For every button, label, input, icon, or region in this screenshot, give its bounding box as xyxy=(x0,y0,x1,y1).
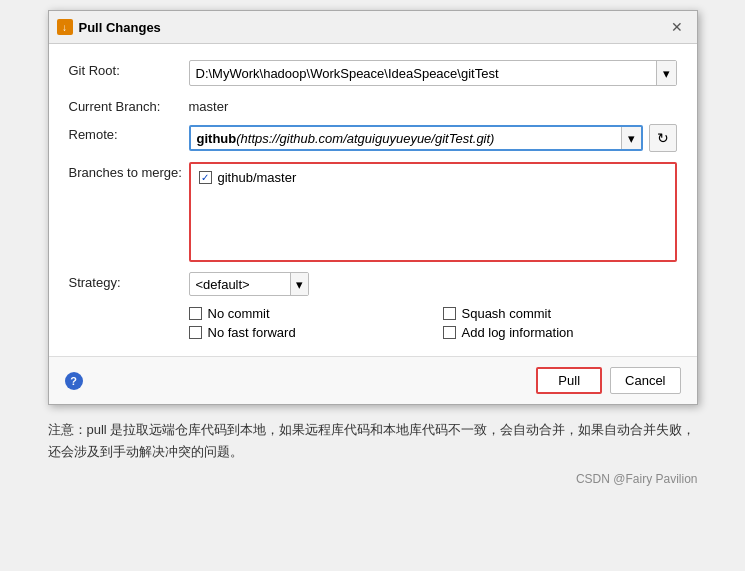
remote-label: Remote: xyxy=(69,124,189,142)
refresh-remote-button[interactable]: ↻ xyxy=(649,124,677,152)
no-commit-label: No commit xyxy=(208,306,270,321)
remote-bold: github xyxy=(197,131,237,146)
annotation-text: 注意：pull 是拉取远端仓库代码到本地，如果远程库代码和本地库代码不一致，会自… xyxy=(48,419,698,463)
branches-row: Branches to merge: github/master xyxy=(69,162,677,262)
add-log-checkbox[interactable] xyxy=(443,326,456,339)
dialog-title: Pull Changes xyxy=(79,20,161,35)
no-fast-forward-option[interactable]: No fast forward xyxy=(189,325,423,340)
cancel-button[interactable]: Cancel xyxy=(610,367,680,394)
dialog-body: Git Root: D:\MyWork\hadoop\WorkSpeace\Id… xyxy=(49,44,697,356)
help-button[interactable]: ? xyxy=(65,372,83,390)
dialog-app-icon: ↓ xyxy=(57,19,73,35)
git-root-row: Git Root: D:\MyWork\hadoop\WorkSpeace\Id… xyxy=(69,60,677,86)
no-fast-forward-checkbox[interactable] xyxy=(189,326,202,339)
branches-panel: github/master xyxy=(189,162,677,262)
add-log-option[interactable]: Add log information xyxy=(443,325,677,340)
squash-commit-label: Squash commit xyxy=(462,306,552,321)
options-grid: No commit Squash commit No fast forward … xyxy=(189,306,677,340)
pull-button[interactable]: Pull xyxy=(536,367,602,394)
strategy-arrow: ▾ xyxy=(290,273,308,295)
squash-commit-checkbox[interactable] xyxy=(443,307,456,320)
pull-changes-dialog: ↓ Pull Changes ✕ Git Root: D:\MyWork\had… xyxy=(48,10,698,405)
footer-buttons: Pull Cancel xyxy=(536,367,680,394)
current-branch-row: Current Branch: master xyxy=(69,96,677,114)
git-root-arrow: ▾ xyxy=(656,61,676,85)
annotation-area: 注意：pull 是拉取远端仓库代码到本地，如果远程库代码和本地库代码不一致，会自… xyxy=(48,419,698,490)
strategy-dropdown[interactable]: <default> ▾ xyxy=(189,272,309,296)
git-root-label: Git Root: xyxy=(69,60,189,78)
strategy-value: <default> xyxy=(190,277,290,292)
strategy-row: Strategy: <default> ▾ xyxy=(69,272,677,296)
no-commit-option[interactable]: No commit xyxy=(189,306,423,321)
csdn-credit: CSDN @Fairy Pavilion xyxy=(48,469,698,489)
remote-row: Remote: github(https://github.com/atguig… xyxy=(69,124,677,152)
no-commit-checkbox[interactable] xyxy=(189,307,202,320)
remote-value: github(https://github.com/atguiguyueyue/… xyxy=(191,131,621,146)
dialog-titlebar: ↓ Pull Changes ✕ xyxy=(49,11,697,44)
remote-dropdown-arrow: ▾ xyxy=(621,127,641,149)
current-branch-label: Current Branch: xyxy=(69,96,189,114)
branch-checkbox[interactable] xyxy=(199,171,212,184)
dialog-close-button[interactable]: ✕ xyxy=(665,17,689,37)
current-branch-value: master xyxy=(189,96,677,114)
squash-commit-option[interactable]: Squash commit xyxy=(443,306,677,321)
no-fast-forward-label: No fast forward xyxy=(208,325,296,340)
branches-label: Branches to merge: xyxy=(69,162,189,180)
git-root-dropdown[interactable]: D:\MyWork\hadoop\WorkSpeace\IdeaSpeace\g… xyxy=(189,60,677,86)
strategy-label: Strategy: xyxy=(69,272,189,290)
branch-item[interactable]: github/master xyxy=(195,168,671,187)
git-root-value: D:\MyWork\hadoop\WorkSpeace\IdeaSpeace\g… xyxy=(190,66,656,81)
remote-dropdown[interactable]: github(https://github.com/atguiguyueyue/… xyxy=(189,125,643,151)
dialog-footer: ? Pull Cancel xyxy=(49,356,697,404)
remote-url: (https://github.com/atguiguyueyue/gitTes… xyxy=(236,131,494,146)
add-log-label: Add log information xyxy=(462,325,574,340)
branch-name: github/master xyxy=(218,170,297,185)
titlebar-left: ↓ Pull Changes xyxy=(57,19,161,35)
options-area: No commit Squash commit No fast forward … xyxy=(189,306,677,340)
